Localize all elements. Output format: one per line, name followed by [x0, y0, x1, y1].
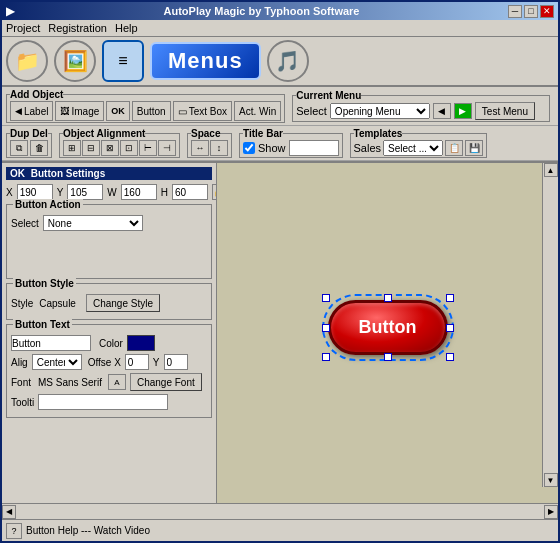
menus-label: Menus — [150, 42, 261, 80]
sales-label: Sales — [354, 142, 382, 154]
handle-ml[interactable] — [322, 324, 330, 332]
align-btn1[interactable]: ⊞ — [63, 140, 81, 156]
del-btn[interactable]: 🗑 — [30, 140, 48, 156]
capsule-value: Capsule — [39, 298, 76, 309]
button-btn[interactable]: Button — [132, 101, 171, 121]
template-btn2[interactable]: 💾 — [465, 140, 483, 156]
toolbar-icon-4[interactable]: 🎵 — [267, 40, 309, 82]
change-style-btn[interactable]: Change Style — [86, 294, 160, 312]
offset-y-label: Y — [153, 357, 160, 368]
button-text-input[interactable] — [11, 335, 91, 351]
align-btn6[interactable]: ⊣ — [158, 140, 176, 156]
tooltip-input[interactable] — [38, 394, 168, 410]
minimize-button[interactable]: ─ — [508, 5, 522, 18]
ok-btn[interactable]: OK — [106, 101, 130, 121]
align-btn4[interactable]: ⊡ — [120, 140, 138, 156]
action-select[interactable]: None — [43, 215, 143, 231]
ok-small-icon: OK — [10, 168, 25, 179]
button-action-title: Button Action — [13, 199, 83, 210]
scroll-right-btn[interactable]: ▶ — [544, 505, 558, 519]
scroll-up-btn[interactable]: ▲ — [544, 163, 558, 177]
style-row: Style Capsule Change Style — [11, 294, 207, 312]
toolbar-icon-menus[interactable]: ≡ — [102, 40, 144, 82]
left-panel: OK Button Settings X Y W H 🔒 Button Acti… — [2, 163, 217, 503]
title-bar-icon: ▶ — [6, 4, 15, 18]
dup-btn[interactable]: ⧉ — [10, 140, 28, 156]
object-align-group: Object Alignment ⊞ ⊟ ⊠ ⊡ ⊢ ⊣ — [59, 128, 180, 158]
select-label: Select — [296, 105, 327, 117]
right-panel: Button ▲ ▼ — [217, 163, 558, 503]
change-font-btn[interactable]: Change Font — [130, 373, 202, 391]
window-frame: ▶ AutoPlay Magic by Typhoon Software ─ □… — [0, 0, 560, 543]
align-btn5[interactable]: ⊢ — [139, 140, 157, 156]
align-select[interactable]: Center — [32, 354, 82, 370]
help-icon-btn[interactable]: ? — [6, 523, 22, 539]
offset-y-input[interactable] — [164, 354, 188, 370]
button-action-group: Button Action Select None — [6, 204, 212, 279]
w-input[interactable] — [121, 184, 157, 200]
handle-tr[interactable] — [446, 294, 454, 302]
y-input[interactable] — [67, 184, 103, 200]
scroll-left-btn[interactable]: ◀ — [2, 505, 16, 519]
offset-x-input[interactable] — [125, 354, 149, 370]
font-row: Font MS Sans Serif A Change Font — [11, 373, 207, 391]
space-legend: Space — [191, 128, 220, 139]
current-menu-legend: Current Menu — [296, 90, 361, 101]
align-btn3[interactable]: ⊠ — [101, 140, 119, 156]
actwin-btn[interactable]: Act. Win — [234, 101, 281, 121]
button-style-group: Button Style Style Capsule Change Style — [6, 283, 212, 320]
handle-bm[interactable] — [384, 353, 392, 361]
handle-br[interactable] — [446, 353, 454, 361]
scroll-down-btn[interactable]: ▼ — [544, 473, 558, 487]
position-row: X Y W H 🔒 — [6, 184, 212, 200]
button-preview-element[interactable]: Button — [328, 300, 448, 355]
maximize-button[interactable]: □ — [524, 5, 538, 18]
menu-help[interactable]: Help — [115, 22, 138, 34]
test-menu-btn[interactable]: Test Menu — [475, 102, 535, 120]
title-bar-group: Title Bar Show — [239, 128, 343, 158]
menu-icon-btn1[interactable]: ◀ — [433, 103, 451, 119]
horiz-scrollbar: ◀ ▶ — [2, 503, 558, 519]
menu-select[interactable]: Opening Menu — [330, 103, 430, 119]
label-btn[interactable]: ◀ Label — [10, 101, 53, 121]
toolbar-icon-1[interactable]: 📁 — [6, 40, 48, 82]
menu-project[interactable]: Project — [6, 22, 40, 34]
title-text-input[interactable] — [289, 140, 339, 156]
current-menu-group: Current Menu Select Opening Menu ◀ ▶ Tes… — [292, 90, 550, 122]
vert-scrollbar: ▲ ▼ — [542, 163, 558, 487]
action-select-label: Select — [11, 218, 39, 229]
align-btn2[interactable]: ⊟ — [82, 140, 100, 156]
color-swatch[interactable] — [127, 335, 155, 351]
templates-group: Templates Sales Select ... 📋 💾 — [350, 128, 488, 158]
textbox-btn[interactable]: ▭ Text Box — [173, 101, 232, 121]
handle-bl[interactable] — [322, 353, 330, 361]
align-label: Alig — [11, 357, 28, 368]
status-bar: ? Button Help --- Watch Video — [2, 519, 558, 541]
ok-icon: OK — [111, 106, 125, 116]
menu-bar: Project Registration Help — [2, 20, 558, 37]
handle-mr[interactable] — [446, 324, 454, 332]
x-input[interactable] — [17, 184, 53, 200]
style-label: Style — [11, 298, 33, 309]
menu-registration[interactable]: Registration — [48, 22, 107, 34]
space-btn2[interactable]: ↕ — [210, 140, 228, 156]
align-row: Alig Center Offse X Y — [11, 354, 207, 370]
templates-legend: Templates — [354, 128, 403, 139]
template-btn1[interactable]: 📋 — [445, 140, 463, 156]
handle-tm[interactable] — [384, 294, 392, 302]
tooltip-label: Toolti — [11, 397, 34, 408]
menu-icon-btn2[interactable]: ▶ — [454, 103, 472, 119]
close-button[interactable]: ✕ — [540, 5, 554, 18]
toolbar-icon-2[interactable]: 🖼️ — [54, 40, 96, 82]
space-btn1[interactable]: ↔ — [191, 140, 209, 156]
dup-del-group: Dup Del ⧉ 🗑 — [6, 128, 52, 158]
image-btn[interactable]: 🖼 Image — [55, 101, 104, 121]
h-input[interactable] — [172, 184, 208, 200]
show-checkbox[interactable] — [243, 142, 255, 154]
show-label: Show — [258, 142, 286, 154]
title-text: AutoPlay Magic by Typhoon Software — [164, 5, 360, 17]
image-icon: 🖼 — [60, 106, 69, 116]
templates-select[interactable]: Select ... — [383, 140, 443, 156]
handle-tl[interactable] — [322, 294, 330, 302]
y-label: Y — [57, 187, 64, 198]
